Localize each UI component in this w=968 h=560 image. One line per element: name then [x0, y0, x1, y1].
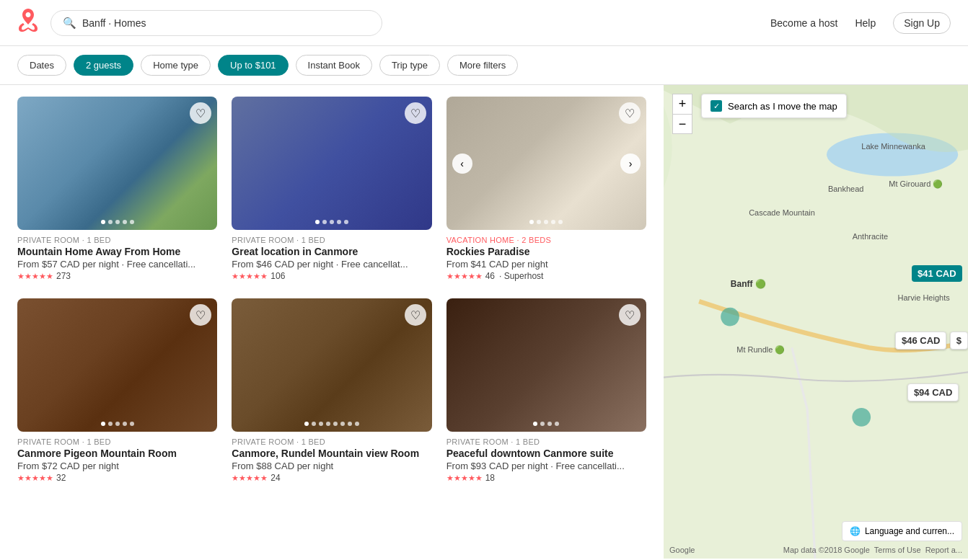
- listing-meta-4: PRIVATE ROOM · 1 BED Canmore Pigeon Moun…: [17, 432, 217, 486]
- zoom-in-button[interactable]: +: [672, 94, 692, 114]
- room-type-5: PRIVATE ROOM · 1 BED: [232, 437, 431, 446]
- listing-rating-6: ★★★★★ 18: [446, 473, 646, 483]
- listing-image-5: ♡: [232, 298, 431, 432]
- dot-0: [533, 422, 537, 426]
- language-label: Language and curren...: [865, 526, 954, 536]
- filter-guests[interactable]: 2 guests: [74, 55, 133, 76]
- price-badge-partial[interactable]: $: [950, 332, 968, 350]
- carousel-dots-6: [533, 422, 559, 426]
- dot-1: [537, 220, 541, 224]
- map-data-label: Map data ©2018 Google: [783, 546, 870, 554]
- map-label-harvie: Harvie Heights: [898, 293, 950, 302]
- arrow-right-3[interactable]: ›: [620, 154, 641, 174]
- review-count-6: 18: [485, 473, 495, 483]
- signup-link[interactable]: Sign Up: [893, 12, 951, 34]
- listing-price-3: From $41 CAD per night: [446, 259, 646, 270]
- dot-3: [555, 422, 559, 426]
- stars-2: ★★★★★: [232, 272, 268, 281]
- zoom-controls: + −: [672, 94, 692, 134]
- become-host-link[interactable]: Become a host: [770, 17, 837, 29]
- listing-image-3: ♡ ‹ ›: [446, 97, 646, 230]
- header: 🔍 Become a host Help Sign Up: [0, 0, 968, 46]
- map-label-rundle: Mt Rundle 🟢: [736, 345, 785, 355]
- dot-1: [540, 422, 545, 426]
- language-currency-button[interactable]: 🌐 Language and curren...: [842, 521, 962, 541]
- wishlist-button-6[interactable]: ♡: [619, 304, 641, 326]
- listing-rating-1: ★★★★★ 273: [17, 271, 217, 281]
- map-label-bankhead: Bankhead: [828, 185, 864, 193]
- stars-1: ★★★★★: [17, 272, 53, 281]
- listing-price-5: From $88 CAD per night: [232, 461, 431, 471]
- review-count-3: 46: [485, 271, 495, 281]
- filter-trip_type[interactable]: Trip type: [379, 55, 440, 76]
- filter-home_type[interactable]: Home type: [141, 55, 211, 76]
- dot-5: [340, 422, 345, 426]
- zoom-out-button[interactable]: −: [672, 114, 692, 134]
- filter-price[interactable]: Up to $101: [218, 55, 289, 76]
- wishlist-button-5[interactable]: ♡: [405, 304, 426, 326]
- map-label-banff: Banff 🟢: [731, 279, 766, 289]
- map-label-cascade: Cascade Mountain: [749, 208, 815, 217]
- search-as-move-label: Search as I move the map: [728, 101, 837, 112]
- carousel-dots-3: [529, 220, 563, 224]
- search-input[interactable]: [82, 17, 370, 29]
- listing-meta-5: PRIVATE ROOM · 1 BED Canmore, Rundel Mou…: [232, 432, 431, 486]
- map-label-girouard: Mt Girouard 🟢: [889, 179, 943, 189]
- dot-4: [333, 422, 338, 426]
- listing-title-5: Canmore, Rundel Mountain view Room: [232, 448, 431, 459]
- listing-title-3: Rockies Paradise: [446, 246, 646, 257]
- listing-price-1: From $57 CAD per night · Free cancellati…: [17, 259, 217, 270]
- dot-7: [355, 422, 359, 426]
- dot-3: [123, 220, 127, 224]
- wishlist-button-3[interactable]: ♡: [619, 102, 641, 124]
- price-badge-46[interactable]: $46 CAD: [895, 332, 946, 350]
- listing-meta-2: PRIVATE ROOM · 1 BED Great location in C…: [232, 230, 431, 284]
- help-link[interactable]: Help: [855, 17, 876, 29]
- arrow-left-3[interactable]: ‹: [452, 154, 472, 174]
- room-type-2: PRIVATE ROOM · 1 BED: [232, 236, 431, 244]
- carousel-dots-5: [304, 422, 359, 426]
- search-as-move-checkbox[interactable]: ✓: [710, 100, 722, 112]
- listing-card-2[interactable]: ♡ PRIVATE ROOM · 1 BED Great location in…: [232, 97, 431, 284]
- dot-0: [529, 220, 534, 224]
- dot-4: [558, 220, 563, 224]
- listing-image-1: ♡: [17, 97, 217, 230]
- terms-link[interactable]: Terms of Use: [874, 546, 921, 554]
- listing-image-4: ♡: [17, 298, 217, 432]
- dot-3: [123, 422, 127, 426]
- dot-2: [115, 220, 120, 224]
- search-as-move-control[interactable]: ✓ Search as I move the map: [701, 94, 847, 118]
- listing-rating-4: ★★★★★ 32: [17, 473, 217, 483]
- dot-1: [322, 220, 327, 224]
- svg-point-1: [721, 308, 739, 326]
- map-footer-left: Google: [669, 546, 695, 554]
- header-nav: Become a host Help Sign Up: [770, 12, 951, 34]
- wishlist-button-2[interactable]: ♡: [405, 102, 426, 124]
- dot-0: [315, 220, 320, 224]
- dot-1: [312, 422, 316, 426]
- listing-title-2: Great location in Canmore: [232, 246, 431, 257]
- listing-card-6[interactable]: ♡ PRIVATE ROOM · 1 BED Peaceful downtown…: [446, 298, 646, 486]
- carousel-dots-1: [101, 220, 134, 224]
- airbnb-logo[interactable]: [17, 9, 39, 37]
- review-count-1: 273: [56, 271, 71, 281]
- price-badge-94[interactable]: $94 CAD: [907, 383, 959, 401]
- listing-card-4[interactable]: ♡ PRIVATE ROOM · 1 BED Canmore Pigeon Mo…: [17, 298, 217, 486]
- filter-instant_book[interactable]: Instant Book: [296, 55, 372, 76]
- listing-card-3[interactable]: ♡ ‹ › VACATION HOME · 2 BEDS Rockies Par…: [446, 97, 646, 284]
- listing-card-5[interactable]: ♡ PRIVATE ROOM · 1 BED Canmore, Rundel M…: [232, 298, 431, 486]
- listing-card-1[interactable]: ♡ PRIVATE ROOM · 1 BED Mountain Home Awa…: [17, 97, 217, 284]
- price-badge-41[interactable]: $41 CAD: [912, 265, 962, 282]
- search-bar[interactable]: 🔍: [50, 10, 382, 36]
- stars-3: ★★★★★: [446, 272, 483, 281]
- room-type-6: PRIVATE ROOM · 1 BED: [446, 437, 646, 446]
- dot-4: [130, 422, 134, 426]
- wishlist-button-1[interactable]: ♡: [190, 102, 211, 124]
- filter-dates[interactable]: Dates: [17, 55, 66, 76]
- report-link[interactable]: Report a...: [925, 546, 962, 554]
- listing-title-4: Canmore Pigeon Mountain Room: [17, 448, 217, 459]
- wishlist-button-4[interactable]: ♡: [190, 304, 211, 326]
- dot-3: [326, 422, 330, 426]
- filter-more_filters[interactable]: More filters: [447, 55, 518, 76]
- listing-meta-1: PRIVATE ROOM · 1 BED Mountain Home Away …: [17, 230, 217, 284]
